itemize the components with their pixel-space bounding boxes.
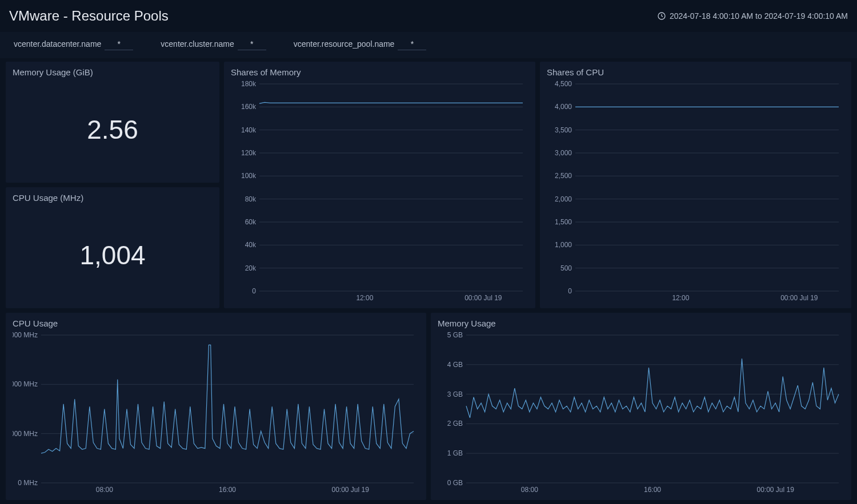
- panel-shares-memory[interactable]: Shares of Memory 020k40k60k80k100k120k14…: [224, 62, 535, 308]
- filter-datacenter[interactable]: vcenter.datacenter.name *: [14, 38, 133, 50]
- svg-text:3,000: 3,000: [555, 149, 572, 157]
- page-title: VMware - Resource Pools: [9, 8, 169, 24]
- filter-cluster[interactable]: vcenter.cluster.name *: [161, 38, 266, 50]
- svg-text:1,500: 1,500: [555, 218, 572, 226]
- filter-label: vcenter.cluster.name: [161, 39, 234, 49]
- svg-text:16:00: 16:00: [219, 486, 236, 494]
- svg-text:12:00: 12:00: [356, 294, 373, 302]
- svg-text:4,500: 4,500: [555, 80, 572, 88]
- stat-value: 2.56: [13, 80, 213, 178]
- svg-text:2 GB: 2 GB: [447, 420, 463, 428]
- svg-text:3 GB: 3 GB: [447, 390, 463, 398]
- chart[interactable]: 0 MHz1,000 MHz2,000 MHz3,000 MHz08:0016:…: [13, 332, 419, 495]
- filter-value[interactable]: *: [105, 38, 133, 50]
- svg-text:16:00: 16:00: [644, 486, 661, 494]
- filter-label: vcenter.resource_pool.name: [294, 39, 395, 49]
- svg-text:2,000: 2,000: [555, 195, 572, 203]
- filter-bar: vcenter.datacenter.name * vcenter.cluste…: [0, 32, 857, 58]
- dashboard-grid: Memory Usage (GiB) 2.56 CPU Usage (MHz) …: [0, 58, 857, 503]
- filter-resource-pool[interactable]: vcenter.resource_pool.name *: [294, 38, 427, 50]
- panel-title: Shares of Memory: [231, 67, 528, 77]
- chart[interactable]: 020k40k60k80k100k120k140k160k180k12:0000…: [231, 80, 528, 304]
- svg-text:00:00 Jul 19: 00:00 Jul 19: [331, 486, 369, 494]
- panel-title: Memory Usage: [438, 318, 844, 328]
- svg-text:80k: 80k: [245, 195, 257, 203]
- svg-text:4 GB: 4 GB: [447, 361, 463, 369]
- svg-text:160k: 160k: [241, 103, 257, 111]
- panel-title: CPU Usage: [13, 318, 419, 328]
- svg-text:00:00 Jul 19: 00:00 Jul 19: [464, 294, 502, 302]
- panel-cpu-usage[interactable]: CPU Usage 0 MHz1,000 MHz2,000 MHz3,000 M…: [6, 313, 426, 500]
- svg-text:08:00: 08:00: [96, 486, 113, 494]
- stat-value: 1,004: [13, 206, 213, 304]
- svg-text:4,000: 4,000: [555, 103, 572, 111]
- svg-text:40k: 40k: [245, 241, 257, 249]
- svg-text:120k: 120k: [241, 149, 257, 157]
- svg-text:1 GB: 1 GB: [447, 449, 463, 457]
- time-range-text: 2024-07-18 4:00:10 AM to 2024-07-19 4:00…: [670, 11, 848, 21]
- svg-text:140k: 140k: [241, 126, 257, 134]
- svg-text:2,500: 2,500: [555, 172, 572, 180]
- svg-text:180k: 180k: [241, 80, 257, 88]
- svg-text:20k: 20k: [245, 264, 257, 272]
- svg-text:12:00: 12:00: [672, 294, 689, 302]
- chart[interactable]: 0 GB1 GB2 GB3 GB4 GB5 GB08:0016:0000:00 …: [438, 332, 844, 495]
- svg-text:500: 500: [560, 264, 572, 272]
- panel-title: Memory Usage (GiB): [13, 67, 213, 77]
- filter-value[interactable]: *: [398, 38, 426, 50]
- svg-text:0: 0: [568, 287, 572, 295]
- svg-text:0 MHz: 0 MHz: [18, 479, 38, 487]
- panel-title: Shares of CPU: [547, 67, 844, 77]
- svg-text:00:00 Jul 19: 00:00 Jul 19: [780, 294, 818, 302]
- svg-text:60k: 60k: [245, 218, 257, 226]
- svg-text:0: 0: [252, 287, 256, 295]
- chart[interactable]: 05001,0001,5002,0002,5003,0003,5004,0004…: [547, 80, 844, 304]
- svg-text:00:00 Jul 19: 00:00 Jul 19: [756, 486, 794, 494]
- svg-text:08:00: 08:00: [521, 486, 538, 494]
- time-range-picker[interactable]: 2024-07-18 4:00:10 AM to 2024-07-19 4:00…: [657, 11, 848, 21]
- panel-memory-usage[interactable]: Memory Usage 0 GB1 GB2 GB3 GB4 GB5 GB08:…: [431, 313, 851, 500]
- header: VMware - Resource Pools 2024-07-18 4:00:…: [0, 0, 857, 32]
- filter-label: vcenter.datacenter.name: [14, 39, 101, 49]
- svg-text:3,000 MHz: 3,000 MHz: [13, 332, 38, 339]
- panel-cpu-usage-mhz[interactable]: CPU Usage (MHz) 1,004: [6, 187, 219, 308]
- svg-text:3,500: 3,500: [555, 126, 572, 134]
- panel-memory-usage-gib[interactable]: Memory Usage (GiB) 2.56: [6, 62, 219, 183]
- svg-text:5 GB: 5 GB: [447, 332, 463, 339]
- svg-text:100k: 100k: [241, 172, 257, 180]
- svg-text:2,000 MHz: 2,000 MHz: [13, 380, 38, 388]
- svg-text:0 GB: 0 GB: [447, 479, 463, 487]
- clock-icon: [657, 11, 666, 21]
- panel-title: CPU Usage (MHz): [13, 193, 213, 203]
- filter-value[interactable]: *: [238, 38, 266, 50]
- svg-text:1,000 MHz: 1,000 MHz: [13, 430, 38, 438]
- svg-text:1,000: 1,000: [555, 241, 572, 249]
- panel-shares-cpu[interactable]: Shares of CPU 05001,0001,5002,0002,5003,…: [540, 62, 851, 308]
